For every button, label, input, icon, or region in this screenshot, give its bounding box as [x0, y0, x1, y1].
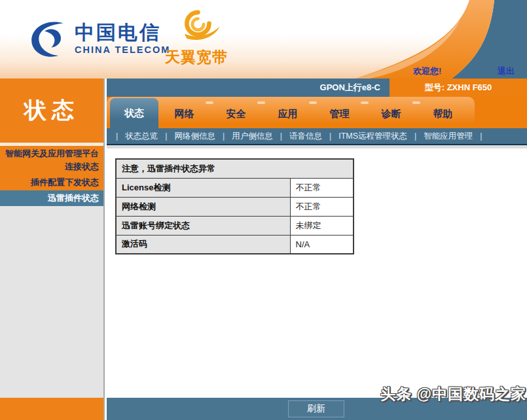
header-swoosh-decoration	[291, 0, 527, 79]
main-nav-tabrow: 状态 网络 安全 应用 管理 诊断 帮助	[107, 97, 527, 128]
china-telecom-logo: 中国电信 CHINA TELECOM	[27, 18, 170, 59]
submenu-separator: |	[480, 131, 482, 141]
device-info-bar: GPON上行e8-C 型号: ZXHN F650	[107, 79, 527, 97]
row-activation-code-value: N/A	[290, 235, 354, 254]
table-row: 激活码 N/A	[116, 235, 354, 254]
china-telecom-symbol-icon	[27, 18, 68, 59]
main-area: GPON上行e8-C 型号: ZXHN F650 状态 网络 安全 应用 管理 …	[107, 79, 527, 420]
row-license-label: License检测	[116, 178, 290, 197]
submenu-separator: |	[280, 131, 282, 141]
sidebar-filler	[0, 206, 103, 398]
brand-name-cn: 中国电信	[75, 22, 170, 43]
sidebar-item-xunlei-plugin-status[interactable]: 迅雷插件状态	[0, 190, 103, 206]
page-body: 状态 智能网关及应用管理平台连接状态 插件配置下发状态 迅雷插件状态 GPON上…	[0, 79, 527, 420]
tianyi-broadband-logo: 天翼宽带	[164, 9, 229, 67]
submenu-separator: |	[165, 131, 167, 141]
welcome-text: 欢迎您!	[413, 65, 441, 77]
row-account-bind-label: 迅雷账号绑定状态	[116, 216, 290, 235]
logout-link[interactable]: 退出	[498, 65, 515, 77]
page-header: 中国电信 CHINA TELECOM 天翼宽带 欢迎您! 退出	[0, 0, 527, 79]
row-account-bind-value: 未绑定	[290, 216, 354, 235]
content-panel: 注意，迅雷插件状态异常 License检测 不正常 网络检测 不正常 迅雷账号绑…	[107, 145, 527, 398]
device-model-text: 型号: ZXHN F650	[390, 79, 527, 97]
row-network-check-label: 网络检测	[116, 197, 290, 216]
submenu-status-overview[interactable]: 状态总览	[125, 131, 158, 142]
sidebar-section-title: 状态	[0, 79, 103, 143]
watermark-text: 头条 @中国数码之家	[380, 384, 526, 404]
submenu-voice-info[interactable]: 语音信息	[289, 131, 322, 142]
row-network-check-value: 不正常	[290, 197, 354, 216]
sidebar-bottom-bar	[0, 398, 103, 420]
submenu-separator: |	[223, 131, 225, 141]
sidebar-item-plugin-config[interactable]: 插件配置下发状态	[0, 175, 103, 190]
submenu-separator: |	[329, 131, 331, 141]
submenu-separator: |	[414, 131, 416, 141]
sidebar: 状态 智能网关及应用管理平台连接状态 插件配置下发状态 迅雷插件状态	[0, 79, 105, 420]
table-row: License检测 不正常	[116, 178, 354, 197]
submenu-itms-status[interactable]: ITMS远程管理状态	[338, 131, 407, 142]
submenu-separator: |	[116, 131, 118, 141]
xunlei-status-table: 注意，迅雷插件状态异常 License检测 不正常 网络检测 不正常 迅雷账号绑…	[115, 158, 354, 254]
submenu-wan-info[interactable]: 网络侧信息	[175, 131, 216, 142]
tab-application[interactable]: 应用	[262, 99, 314, 128]
notice-header-cell: 注意，迅雷插件状态异常	[116, 159, 354, 178]
router-admin-page: 中国电信 CHINA TELECOM 天翼宽带 欢迎您! 退出 状态 智能网关及…	[0, 0, 527, 420]
tab-diagnosis[interactable]: 诊断	[365, 99, 417, 128]
refresh-button[interactable]: 刷新	[288, 400, 344, 417]
submenu-lan-info[interactable]: 用户侧信息	[232, 131, 273, 142]
table-row: 注意，迅雷插件状态异常	[116, 159, 354, 178]
table-row: 网络检测 不正常	[116, 197, 354, 216]
tab-status[interactable]: 状态	[110, 98, 158, 128]
submenu-bar: | 状态总览 | 网络侧信息 | 用户侧信息 | 语音信息 | ITMS远程管理…	[107, 128, 527, 145]
row-license-value: 不正常	[290, 178, 354, 197]
row-activation-code-label: 激活码	[116, 235, 290, 254]
submenu-smart-app-mgmt[interactable]: 智能应用管理	[424, 131, 473, 142]
tab-security[interactable]: 安全	[210, 99, 262, 128]
tab-management[interactable]: 管理	[314, 99, 365, 128]
tab-help[interactable]: 帮助	[417, 99, 469, 128]
main-nav-tabstrip: 状态 网络 安全 应用 管理 诊断 帮助	[107, 97, 475, 128]
brand-name-en: CHINA TELECOM	[75, 44, 170, 55]
tianyi-swirl-icon	[172, 9, 221, 46]
table-row: 迅雷账号绑定状态 未绑定	[116, 216, 354, 235]
uplink-mode-text: GPON上行e8-C	[107, 79, 390, 97]
tab-network[interactable]: 网络	[158, 99, 210, 128]
sidebar-item-platform-connection[interactable]: 智能网关及应用管理平台连接状态	[0, 146, 103, 175]
product-logo-text: 天翼宽带	[164, 47, 229, 67]
